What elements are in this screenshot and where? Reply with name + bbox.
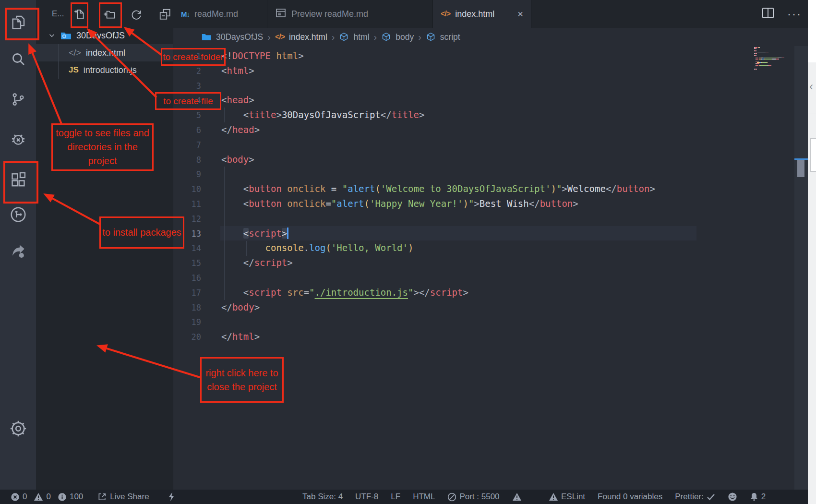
minimap[interactable] xyxy=(754,47,794,70)
project-root-row[interactable]: 30DaysOfJS xyxy=(36,27,173,44)
port-indicator[interactable]: Port : 5500 xyxy=(447,492,499,502)
variables-indicator[interactable]: Found 0 variables xyxy=(598,492,662,502)
annotation-create-file: to create file xyxy=(155,92,221,110)
editor-group: M↓ readMe.md Preview readMe.md </> index… xyxy=(173,0,808,490)
code-lines: 1<!DOCTYPE html>2<html>34<head>5 <title>… xyxy=(173,46,808,344)
run-debug-icon[interactable] xyxy=(9,130,27,148)
source-control-icon[interactable] xyxy=(9,90,27,108)
code-line[interactable]: 6</head> xyxy=(173,122,808,137)
code-line[interactable]: 17 <script src="./introduction.js"></scr… xyxy=(173,285,808,300)
live-share-icon[interactable] xyxy=(9,242,27,260)
scrollbar-thumb[interactable] xyxy=(797,160,804,177)
breadcrumb-separator: › xyxy=(418,32,421,43)
preview-icon xyxy=(275,7,287,21)
breadcrumb-node[interactable]: script xyxy=(440,32,460,42)
prettier-indicator[interactable]: Prettier: xyxy=(675,492,715,502)
tab-label: Preview readMe.md xyxy=(291,9,368,19)
page-edge-box xyxy=(810,138,816,172)
tab-label: readMe.md xyxy=(194,9,238,19)
tab-label: index.html xyxy=(455,9,494,19)
annotation-frame-new-folder xyxy=(99,2,122,28)
code-line[interactable]: 20</html> xyxy=(173,329,808,344)
annotation-frame-extensions xyxy=(3,161,38,204)
breadcrumb-file[interactable]: index.html xyxy=(289,32,327,42)
code-line[interactable]: 2<html> xyxy=(173,63,808,78)
html-file-icon: </> xyxy=(69,48,81,58)
code-line[interactable]: 5 <title>30DaysOfJavaScript</title> xyxy=(173,108,808,122)
code-line[interactable]: 16 xyxy=(173,270,808,285)
language-indicator[interactable]: HTML xyxy=(413,492,435,502)
cube-icon xyxy=(381,32,391,42)
annotation-install: to install packages xyxy=(99,216,184,249)
problems-info[interactable]: 100 xyxy=(58,492,83,502)
code-line[interactable]: 7 xyxy=(173,137,808,152)
breadcrumb-node[interactable]: html xyxy=(353,32,369,42)
tab-bar: M↓ readMe.md Preview readMe.md </> index… xyxy=(173,0,808,28)
settings-gear-icon[interactable] xyxy=(9,420,27,438)
breadcrumb-separator: › xyxy=(374,32,377,43)
cube-icon xyxy=(339,32,349,42)
page-edge: ‹ xyxy=(808,0,816,504)
status-bar: 0 0 100 Live Share Tab Size: 4 UTF-8 LF … xyxy=(0,490,808,504)
markdown-icon: M↓ xyxy=(181,10,190,18)
tab-index-html[interactable]: </> index.html × xyxy=(433,0,531,28)
close-icon[interactable]: × xyxy=(517,9,523,19)
code-line[interactable]: 3 xyxy=(173,78,808,93)
code-line[interactable]: 15 </script> xyxy=(173,255,808,270)
problems-errors[interactable]: 0 xyxy=(11,492,27,502)
tab-preview-readme[interactable]: Preview readMe.md xyxy=(267,0,433,28)
folder-icon xyxy=(60,30,72,42)
annotation-frame-explorer xyxy=(5,8,39,40)
project-name: 30DaysOfJS xyxy=(76,31,125,41)
file-name: index.html xyxy=(86,48,125,58)
notifications-bell[interactable]: 2 xyxy=(750,492,766,502)
live-share-button[interactable]: Live Share xyxy=(97,492,149,502)
breadcrumb-node[interactable]: body xyxy=(396,32,414,42)
code-line[interactable]: 11 <button onclick="alert('Happy New Yea… xyxy=(173,196,808,211)
sidebar-title: E... xyxy=(52,9,64,19)
problems-warnings[interactable]: 0 xyxy=(34,492,50,502)
warning-badge-icon[interactable] xyxy=(512,492,522,501)
tab-readme[interactable]: M↓ readMe.md xyxy=(173,0,267,28)
bolt-icon[interactable] xyxy=(168,492,175,502)
js-file-icon: JS xyxy=(69,65,79,75)
code-line[interactable]: 4<head> xyxy=(173,93,808,108)
more-actions-icon[interactable]: ··· xyxy=(787,7,802,21)
code-line[interactable]: 13 <script> xyxy=(173,226,808,241)
html-file-icon: </> xyxy=(441,10,450,18)
breadcrumb-project[interactable]: 30DaysOfJS xyxy=(216,32,263,42)
file-row-introduction-js[interactable]: JS introduction.js xyxy=(36,61,173,79)
breadcrumb-separator: › xyxy=(267,32,271,43)
annotation-toggle: toggle to see files and directories in t… xyxy=(51,123,154,171)
chevron-left-icon[interactable]: ‹ xyxy=(809,80,813,93)
code-line[interactable]: 10 <button onclick = "alert('Welcome to … xyxy=(173,181,808,196)
code-line[interactable]: 12 xyxy=(173,211,808,226)
code-line[interactable]: 19 xyxy=(173,314,808,329)
editor-scrollbar[interactable] xyxy=(794,46,808,490)
text-cursor xyxy=(287,228,288,239)
breadcrumb: 30DaysOfJS › </> index.html › html › bod… xyxy=(201,28,460,46)
eol-indicator[interactable]: LF xyxy=(391,492,400,502)
tab-size-indicator[interactable]: Tab Size: 4 xyxy=(302,492,343,502)
cube-icon xyxy=(426,32,436,42)
code-line[interactable]: 1<!DOCTYPE html> xyxy=(173,48,808,63)
feedback-smiley-icon[interactable] xyxy=(728,492,737,502)
activity-bar xyxy=(0,0,36,490)
split-editor-icon[interactable] xyxy=(761,7,775,21)
refresh-icon[interactable] xyxy=(130,8,143,21)
code-line[interactable]: 14 console.log('Hello, World') xyxy=(173,240,808,255)
eslint-indicator[interactable]: ESLint xyxy=(549,492,585,502)
folder-icon xyxy=(201,32,212,42)
collapse-all-icon[interactable] xyxy=(159,8,171,21)
divider xyxy=(808,113,816,113)
code-line[interactable]: 8<body> xyxy=(173,152,808,167)
annotation-close-project: right click here to close the project xyxy=(200,357,284,403)
breadcrumb-separator: › xyxy=(332,32,335,43)
annotation-frame-new-file xyxy=(71,2,88,28)
encoding-indicator[interactable]: UTF-8 xyxy=(355,492,378,502)
html-file-icon: </> xyxy=(275,33,285,41)
code-line[interactable]: 9 xyxy=(173,167,808,181)
search-icon[interactable] xyxy=(9,50,27,68)
code-line[interactable]: 18</body> xyxy=(173,300,808,315)
project-circle-icon[interactable] xyxy=(9,205,27,224)
